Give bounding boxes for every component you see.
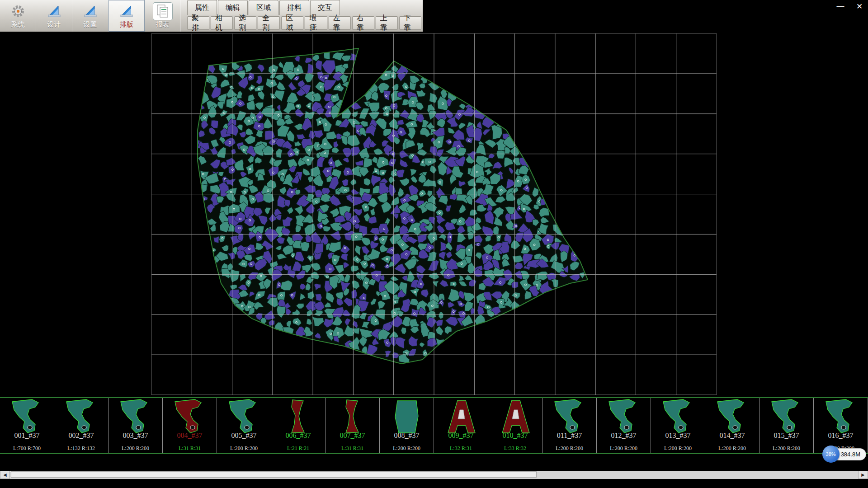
piece-thumbnail-002_#37[interactable]: 002_#37L:132 R:132 bbox=[54, 398, 108, 453]
piece-id: 001_#37 bbox=[0, 432, 54, 440]
piece-shape bbox=[109, 398, 162, 435]
piece-thumbnail-003_#37[interactable]: 003_#37L:200 R:200 bbox=[108, 398, 163, 453]
piece-lr-count: L:700 R:700 bbox=[0, 445, 54, 452]
menu-tab-2[interactable]: 区域 bbox=[249, 0, 278, 15]
piece-lr-count: L:31 R:31 bbox=[326, 445, 379, 452]
piece-shape bbox=[163, 398, 217, 435]
action-button-8[interactable]: 上靠 bbox=[376, 16, 398, 30]
menu-tab-row: 属性编辑区域排料交互 bbox=[187, 0, 423, 15]
piece-shape bbox=[706, 398, 759, 435]
piece-thumbnail-014_#37[interactable]: 014_#37L:200 R:200 bbox=[705, 398, 760, 453]
menu-tab-1[interactable]: 编辑 bbox=[218, 0, 248, 15]
piece-id: 002_#37 bbox=[54, 432, 108, 440]
piece-thumbnail-005_#37[interactable]: 005_#37L:200 R:200 bbox=[217, 398, 271, 453]
toolbar-button-label: 设置 bbox=[84, 20, 97, 29]
close-button[interactable]: ✕ bbox=[854, 1, 865, 12]
piece-thumbnail-001_#37[interactable]: 001_#37L:700 R:700 bbox=[0, 398, 54, 453]
action-button-5[interactable]: 瑕疵 bbox=[305, 16, 327, 30]
piece-id: 013_#37 bbox=[651, 432, 705, 440]
menu-tab-3[interactable]: 排料 bbox=[279, 0, 309, 15]
bottom-gap bbox=[0, 454, 868, 471]
scrollbar-track[interactable] bbox=[10, 471, 858, 479]
toolbar-button-layout[interactable]: 排版 bbox=[108, 0, 145, 32]
minimize-button[interactable]: — bbox=[835, 1, 846, 12]
piece-shape bbox=[814, 398, 868, 435]
toolbar-button-settings[interactable]: 设置 bbox=[72, 0, 108, 32]
toolbar-button-label: 排版 bbox=[120, 20, 133, 29]
piece-shape bbox=[543, 398, 596, 435]
action-button-1[interactable]: 相机 bbox=[211, 16, 233, 30]
design-icon bbox=[47, 3, 62, 20]
main-toolbar: 系统设计设置排版报表 属性编辑区域排料交互 聚排相机选割全割区域瑕疵左靠右靠上靠… bbox=[0, 0, 868, 32]
piece-thumbnail-008_#37[interactable]: 008_#37L:200 R:200 bbox=[380, 398, 434, 453]
piece-thumbnail-010_#37[interactable]: 010_#37L:33 R:32 bbox=[488, 398, 542, 453]
piece-lr-count: L:200 R:200 bbox=[542, 445, 596, 452]
piece-shape bbox=[489, 398, 542, 435]
piece-lr-count: L:200 R:200 bbox=[705, 445, 759, 452]
action-button-2[interactable]: 选割 bbox=[234, 16, 256, 30]
piece-shape bbox=[651, 398, 705, 435]
piece-thumbnail-006_#37[interactable]: 006_#37L:21 R:21 bbox=[271, 398, 326, 453]
toolbar-button-report[interactable]: 报表 bbox=[145, 0, 181, 32]
piece-lr-count: L:200 R:200 bbox=[651, 445, 705, 452]
piece-thumbnail-013_#37[interactable]: 013_#37L:200 R:200 bbox=[651, 398, 705, 453]
piece-lr-count: L:200 R:200 bbox=[597, 445, 651, 452]
toolbar-button-system-gear[interactable]: 系统 bbox=[0, 0, 36, 32]
scrollbar-thumb[interactable] bbox=[11, 471, 537, 478]
piece-shape bbox=[760, 398, 813, 435]
scroll-right-arrow[interactable]: ► bbox=[858, 471, 868, 479]
piece-lr-count: L:33 R:32 bbox=[488, 445, 542, 452]
piece-id: 012_#37 bbox=[597, 432, 651, 440]
action-button-6[interactable]: 左靠 bbox=[329, 16, 351, 30]
action-button-3[interactable]: 全割 bbox=[258, 16, 280, 30]
action-button-row: 聚排相机选割全割区域瑕疵左靠右靠上靠下靠 bbox=[187, 16, 423, 30]
piece-thumbnail-016_#37[interactable]: 016_#37L:200 R:200 bbox=[814, 398, 868, 453]
piece-shape bbox=[597, 398, 651, 435]
piece-id: 014_#37 bbox=[705, 432, 759, 440]
piece-shape bbox=[217, 398, 271, 435]
piece-thumbnail-007_#37[interactable]: 007_#37L:31 R:31 bbox=[326, 398, 380, 453]
piece-shape bbox=[434, 398, 488, 435]
piece-thumbnail-015_#37[interactable]: 015_#37L:200 R:200 bbox=[760, 398, 814, 453]
nesting-canvas[interactable] bbox=[151, 33, 717, 395]
piece-lr-count: L:200 R:200 bbox=[217, 445, 271, 452]
menu-tab-0[interactable]: 属性 bbox=[187, 0, 217, 15]
horizontal-scrollbar[interactable]: ◄ ► bbox=[0, 471, 868, 479]
piece-shape bbox=[380, 398, 434, 435]
piece-id: 016_#37 bbox=[814, 432, 868, 440]
piece-thumbnail-011_#37[interactable]: 011_#37L:200 R:200 bbox=[542, 398, 597, 453]
piece-id: 008_#37 bbox=[380, 432, 434, 440]
piece-thumbnail-009_#37[interactable]: 009_#37L:32 R:31 bbox=[434, 398, 488, 453]
action-button-9[interactable]: 下靠 bbox=[399, 16, 421, 30]
piece-id: 010_#37 bbox=[488, 432, 542, 440]
menu-tab-4[interactable]: 交互 bbox=[310, 0, 340, 15]
piece-shape bbox=[55, 398, 108, 435]
settings-icon bbox=[83, 3, 98, 20]
piece-id: 007_#37 bbox=[326, 432, 379, 440]
piece-thumbnail-004_#37[interactable]: 004_#37L:31 R:31 bbox=[163, 398, 217, 453]
piece-lr-count: L:31 R:31 bbox=[163, 445, 217, 452]
piece-thumbnail-012_#37[interactable]: 012_#37L:200 R:200 bbox=[597, 398, 651, 453]
piece-lr-count: L:21 R:21 bbox=[271, 445, 325, 452]
report-icon bbox=[153, 3, 172, 20]
toolbar-button-design[interactable]: 设计 bbox=[36, 0, 72, 32]
piece-lr-count: L:200 R:200 bbox=[760, 445, 813, 452]
main-mode-buttons: 系统设计设置排版报表 bbox=[0, 0, 181, 32]
nesting-canvas-svg bbox=[151, 33, 717, 395]
piece-id: 009_#37 bbox=[434, 432, 488, 440]
action-button-4[interactable]: 区域 bbox=[281, 16, 303, 30]
piece-id: 003_#37 bbox=[108, 432, 162, 440]
action-button-7[interactable]: 右靠 bbox=[352, 16, 374, 30]
scroll-left-arrow[interactable]: ◄ bbox=[0, 471, 10, 479]
canvas-area bbox=[0, 32, 868, 397]
toolbar-button-label: 报表 bbox=[156, 20, 170, 29]
piece-lr-count: L:200 R:200 bbox=[380, 445, 434, 452]
toolbar-button-label: 设计 bbox=[47, 20, 61, 29]
piece-id: 005_#37 bbox=[217, 432, 271, 440]
action-button-0[interactable]: 聚排 bbox=[187, 16, 209, 30]
piece-id: 004_#37 bbox=[163, 432, 217, 440]
piece-shape bbox=[272, 398, 325, 435]
app-window: 系统设计设置排版报表 属性编辑区域排料交互 聚排相机选割全割区域瑕疵左靠右靠上靠… bbox=[0, 0, 868, 488]
menu-rows: 属性编辑区域排料交互 聚排相机选割全割区域瑕疵左靠右靠上靠下靠 bbox=[181, 0, 423, 32]
piece-thumbnail-strip: 001_#37L:700 R:700002_#37L:132 R:132003_… bbox=[0, 397, 868, 454]
